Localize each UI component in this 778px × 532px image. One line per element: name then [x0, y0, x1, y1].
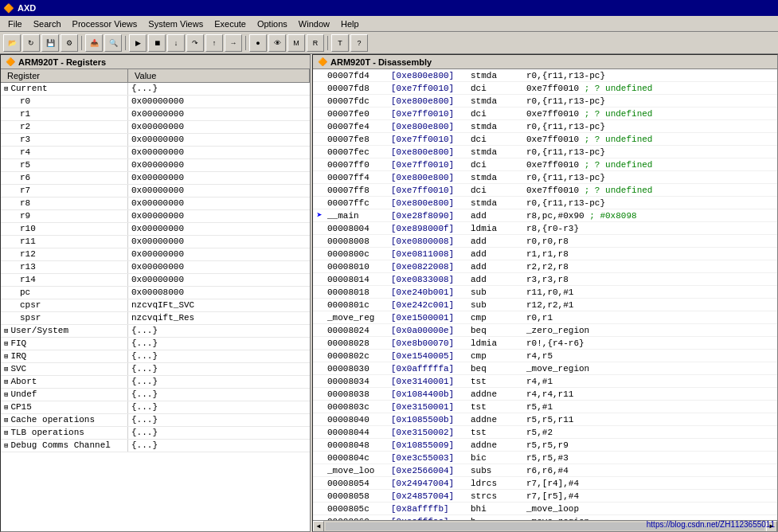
register-row[interactable]: ⊞TLB operations{...} — [1, 427, 310, 440]
disassembly-row[interactable]: 00007ff0[0xe7ff0010]dci0xe7ff0010 ; ? un… — [313, 158, 777, 171]
register-row[interactable]: ⊞FIQ{...} — [1, 338, 310, 350]
register-row[interactable]: r140x00000000 — [1, 274, 310, 287]
register-row[interactable]: r10x00000000 — [1, 108, 310, 121]
disassembly-row[interactable]: 0000800c[0xe0811008]addr1,r1,r8 — [313, 248, 777, 260]
disassembly-row[interactable]: 00008048[0x10855009]addner5,r5,r9 — [313, 439, 777, 452]
toolbar-step-over-btn[interactable]: ↷ — [186, 34, 204, 52]
register-row[interactable]: r00x00000000 — [1, 96, 310, 108]
menu-item-options[interactable]: Options — [252, 18, 292, 29]
toolbar-debug-btn[interactable]: 🔍 — [104, 34, 122, 52]
disassembly-row[interactable]: 00007fe4[0xe800e800]stmdar0,{r11,r13-pc} — [313, 120, 777, 133]
disassembly-row[interactable]: 00008034[0xe3140001]tstr4,#1 — [313, 375, 777, 388]
register-row[interactable]: r130x00000000 — [1, 261, 310, 274]
instruction-operand: r7,[r4],#4 — [525, 479, 777, 488]
disassembly-row[interactable]: 00008038[0x1084400b]addner4,r4,r11 — [313, 388, 777, 401]
disassembly-row[interactable]: 00008044[0xe3150002]tstr5,#2 — [313, 426, 777, 439]
toolbar-open-btn[interactable]: 📂 — [3, 34, 21, 52]
disassembly-row[interactable]: _move_loo[0xe2566004]subsr6,r6,#4 — [313, 464, 777, 477]
disassembly-row[interactable]: 0000805c[0x8affffb]bhi_move_loop — [313, 503, 777, 515]
register-row[interactable]: ⊞Debug Comms Channel{...} — [1, 440, 310, 452]
toolbar-regs-btn[interactable]: R — [307, 34, 324, 52]
disassembly-content[interactable]: 00007fd4[0xe800e800]stmdar0,{r11,r13-pc}… — [313, 69, 777, 520]
register-row[interactable]: r60x00000000 — [1, 172, 310, 185]
menu-item-window[interactable]: Window — [294, 18, 334, 29]
instruction-mnemonic: dci — [469, 186, 525, 195]
toolbar-refresh-btn[interactable]: ↻ — [22, 34, 40, 52]
register-row[interactable]: cpsrnzcvqIFt_SVC — [1, 299, 310, 312]
register-row[interactable]: ⊞Undef{...} — [1, 389, 310, 401]
disassembly-row[interactable]: 00008058[0x24857004]strcsr7,[r5],#4 — [313, 490, 777, 503]
disassembly-row[interactable]: 00008040[0x1085500b]addner5,r5,r11 — [313, 413, 777, 426]
register-row[interactable]: pc0x00008000 — [1, 287, 310, 299]
register-row[interactable]: r110x00000000 — [1, 236, 310, 248]
disassembly-row[interactable]: 00008004[0xe898000f]ldmiar8,{r0-r3} — [313, 222, 777, 235]
menu-item-search[interactable]: Search — [29, 18, 66, 29]
disassembly-row[interactable]: 00007fd8[0xe7ff0010]dci0xe7ff0010 ; ? un… — [313, 82, 777, 95]
toolbar-step-btn[interactable]: ↓ — [167, 34, 185, 52]
register-row[interactable]: ⊞User/System{...} — [1, 325, 310, 338]
toolbar-target-btn[interactable]: T — [331, 34, 349, 52]
menu-item-file[interactable]: File — [3, 18, 27, 29]
instruction-address: 00008038 — [326, 389, 389, 399]
register-row[interactable]: r30x00000000 — [1, 134, 310, 147]
register-row[interactable]: spsrnzcvqift_Res — [1, 312, 310, 325]
toolbar-run-btn[interactable]: ▶ — [129, 34, 147, 52]
toolbar-mem-btn[interactable]: M — [287, 34, 305, 52]
register-row[interactable]: r80x00000000 — [1, 198, 310, 210]
register-row[interactable]: ⊞SVC{...} — [1, 363, 310, 376]
register-row[interactable]: ⊞Current{...} — [1, 83, 310, 96]
menu-item-system-views[interactable]: System Views — [143, 18, 208, 29]
toolbar-step-out-btn[interactable]: ↑ — [205, 34, 223, 52]
disassembly-row[interactable]: 00008024[0x0a00000e]beq_zero_region — [313, 324, 777, 337]
disassembly-row[interactable]: 00007ff4[0xe800e800]stmdar0,{r11,r13-pc} — [313, 171, 777, 184]
register-name: ⊞Debug Comms Channel — [1, 440, 128, 452]
register-row[interactable]: r120x00000000 — [1, 248, 310, 261]
disassembly-row[interactable]: 00008028[0xe8b00070]ldmiar0!,{r4-r6} — [313, 337, 777, 350]
disassembly-row[interactable]: 00008030[0x0afffffa]beq_move_region — [313, 362, 777, 375]
disassembly-row[interactable]: 00007fec[0xe800e800]stmdar0,{r11,r13-pc} — [313, 146, 777, 158]
disassembly-row[interactable]: 00007fe8[0xe7ff0010]dci0xe7ff0010 ; ? un… — [313, 133, 777, 146]
disassembly-row[interactable]: 00007fe0[0xe7ff0010]dci0xe7ff0010 ; ? un… — [313, 108, 777, 120]
instruction-hex: [0xe7ff0010] — [389, 84, 469, 93]
menu-item-help[interactable]: Help — [336, 18, 364, 29]
toolbar-bp-btn[interactable]: ● — [249, 34, 267, 52]
disassembly-row[interactable]: 00007ffc[0xe800e800]stmdar0,{r11,r13-pc} — [313, 197, 777, 209]
disassembly-row[interactable]: 00008054[0x24947004]ldrcsr7,[r4],#4 — [313, 477, 777, 490]
toolbar-run-to-btn[interactable]: → — [225, 34, 242, 52]
disassembly-row[interactable]: 00008008[0xe0800008]addr0,r0,r8 — [313, 235, 777, 248]
disassembly-row[interactable]: 00008018[0xe240b001]subr11,r0,#1 — [313, 286, 777, 299]
toolbar-build-btn[interactable]: ⚙ — [61, 34, 78, 52]
menu-item-execute[interactable]: Execute — [209, 18, 251, 29]
instruction-operand: r0,{r11,r13-pc} — [525, 147, 777, 157]
toolbar-help-btn[interactable]: ? — [350, 34, 368, 52]
register-row[interactable]: ⊞IRQ{...} — [1, 350, 310, 363]
disassembly-row[interactable]: 0000804c[0xe3c55003]bicr5,r5,#3 — [313, 452, 777, 464]
disassembly-row[interactable]: 0000803c[0xe3150001]tstr5,#1 — [313, 401, 777, 413]
toolbar-load-btn[interactable]: 📥 — [85, 34, 103, 52]
register-row[interactable]: r40x00000000 — [1, 147, 310, 159]
disassembly-row[interactable]: 0000801c[0xe242c001]subr12,r2,#1 — [313, 299, 777, 311]
toolbar-watch-btn[interactable]: 👁 — [268, 34, 286, 52]
register-row[interactable]: r90x00000000 — [1, 210, 310, 223]
menu-item-processor-views[interactable]: Processor Views — [68, 18, 143, 29]
disassembly-row[interactable]: _move_reg[0xe1500001]cmpr0,r1 — [313, 311, 777, 324]
register-value: {...} — [128, 363, 310, 375]
disassembly-row[interactable]: 00007fd4[0xe800e800]stmdar0,{r11,r13-pc} — [313, 69, 777, 82]
disassembly-row[interactable]: 00008014[0xe0833008]addr3,r3,r8 — [313, 273, 777, 286]
toolbar-save-btn[interactable]: 💾 — [41, 34, 59, 52]
register-row[interactable]: ⊞CP15{...} — [1, 401, 310, 414]
register-row[interactable]: r50x00000000 — [1, 159, 310, 172]
scroll-left-btn[interactable]: ◀ — [313, 521, 324, 532]
register-row[interactable]: r100x00000000 — [1, 223, 310, 236]
disassembly-row[interactable]: 00008010[0xe0822008]addr2,r2,r8 — [313, 260, 777, 273]
disassembly-row[interactable]: ➤__main[0xe28f8090]addr8,pc,#0x90 ; #0x8… — [313, 209, 777, 222]
registers-content[interactable]: ⊞Current{...}r00x00000000r10x00000000r20… — [1, 83, 310, 531]
register-row[interactable]: ⊞Abort{...} — [1, 376, 310, 389]
disassembly-row[interactable]: 0000802c[0xe1540005]cmpr4,r5 — [313, 350, 777, 362]
register-row[interactable]: r20x00000000 — [1, 121, 310, 134]
register-row[interactable]: r70x00000000 — [1, 185, 310, 198]
register-row[interactable]: ⊞Cache operations{...} — [1, 414, 310, 427]
disassembly-row[interactable]: 00007fdc[0xe800e800]stmdar0,{r11,r13-pc} — [313, 95, 777, 108]
disassembly-row[interactable]: 00007ff8[0xe7ff0010]dci0xe7ff0010 ; ? un… — [313, 184, 777, 197]
toolbar-stop-btn[interactable]: ⏹ — [148, 34, 166, 52]
